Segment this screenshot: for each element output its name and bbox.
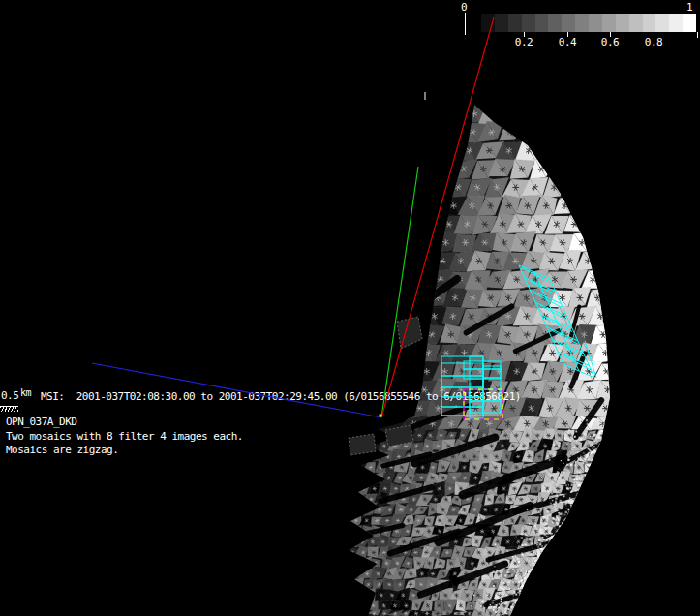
colorbar-step [562,14,575,32]
colorbar-step [629,14,643,32]
colorbar-left-tick [465,13,466,35]
colorbar-step [548,14,562,32]
sequence-name-text: OPN_037A_DKD [6,416,76,428]
scale-bar-value: 0.5 [1,390,18,402]
colorbar-step [643,14,656,32]
colorbar-tick-label: 0.2 [509,36,538,48]
colorbar-step [575,14,589,32]
colorbar-tick-label: 0.8 [639,36,668,48]
colorbar-tick-label: 0.4 [553,36,582,48]
colorbar-step [481,14,495,32]
colorbar-step [535,14,549,32]
colorbar-step [655,14,669,32]
colorbar-step [508,14,522,32]
colorbar-right-tick [697,32,698,38]
scale-bar-rule [0,406,18,412]
colorbar-max-label: 1 [686,1,692,14]
mosaic-note-line1: Two mosaics with 8 filter 4 images each. [6,431,243,443]
colorbar-step [589,14,602,32]
colorbar-step [495,14,508,32]
asteroid-rendering[interactable] [0,0,700,616]
msi-time-range-text: MSI: 2001-037T02:08:30.00 to 2001-037T02… [41,391,521,403]
mosaic-note-line2: Mosaics are zigzag. [6,445,118,456]
colorbar-tick-label: 0.6 [595,36,624,48]
colorbar-gradient [481,14,696,32]
colorbar-step [683,14,696,32]
colorbar-step [602,14,616,32]
colorbar-step [616,14,629,32]
colorbar-step [669,14,683,32]
colorbar-min-label: 0 [461,1,467,14]
scale-bar-unit: km [20,387,31,399]
visualization-window: 0 1 0.20.40.60.8 0.5 km MSI: 2001-037T02… [0,0,700,616]
colorbar-step [522,14,535,32]
